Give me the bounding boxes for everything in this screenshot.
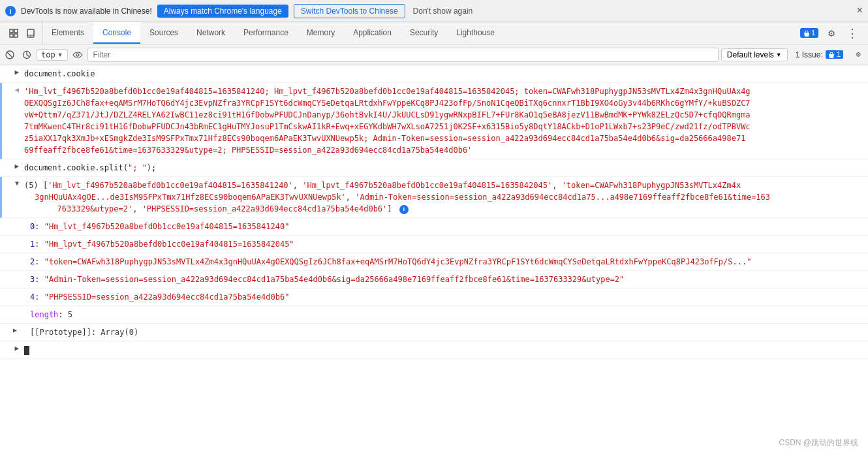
line-gutter-6 — [0, 237, 20, 238]
console-toolbar: top ▼ Default levels ▼ 1 Issue: 1 ⚙ — [0, 44, 868, 65]
tab-sources[interactable]: Sources — [140, 22, 187, 44]
info-bar: i DevTools is now available in Chinese! … — [0, 0, 868, 22]
array-length-line: length: 5 — [0, 306, 868, 324]
console-line-1: ▶ document.cookie — [0, 65, 868, 83]
context-selector[interactable]: top ▼ — [37, 49, 68, 61]
array-item-4: 4: "PHPSESSID=session_a422a93d694ecc84cd… — [0, 289, 868, 306]
array-item-text-2: 2: "token=CWAFwh318PuphygpJN53sMVTLx4Zm4… — [20, 255, 868, 269]
array-item-text-4: 4: "PHPSESSID=session_a422a93d694ecc84cd… — [20, 290, 868, 304]
line-text-3: document.cookie.split("; "); — [22, 161, 868, 175]
array-item-3: 3: "Admin-Token=session=session_a422a93d… — [0, 271, 868, 289]
info-icon: i — [5, 6, 16, 16]
close-infobar-button[interactable]: × — [856, 6, 863, 16]
cursor-area[interactable] — [22, 343, 868, 357]
expand-prototype-icon[interactable]: ▶ — [13, 326, 17, 334]
inspect-icon[interactable] — [7, 26, 21, 40]
line-gutter-3[interactable]: ▶ — [2, 161, 22, 170]
output-arrow-icon: ◀ — [14, 86, 19, 94]
tab-console[interactable]: Console — [93, 22, 140, 44]
array-item-2: 2: "token=CWAFwh318PuphygpJN53sMVTLx4Zm4… — [0, 253, 868, 271]
console-content: ▶ document.cookie ◀ 'Hm_lvt_f4967b520a8b… — [0, 65, 868, 455]
line-text-1: document.cookie — [22, 67, 868, 81]
tab-memory[interactable]: Memory — [298, 22, 344, 44]
dont-show-link[interactable]: Don't show again — [413, 7, 473, 16]
info-text: DevTools is now available in Chinese! — [21, 7, 152, 16]
line-gutter-4[interactable]: ▼ — [2, 178, 22, 187]
svg-line-8 — [7, 52, 12, 57]
preserve-log-button[interactable] — [20, 48, 34, 62]
line-gutter-2: ◀ — [2, 84, 22, 94]
tab-right-controls: 1 ⚙ ⋮ — [800, 25, 865, 41]
svg-rect-2 — [10, 34, 13, 37]
chevron-right-icon: ▶ — [14, 68, 19, 76]
tab-performance[interactable]: Performance — [234, 22, 298, 44]
svg-rect-1 — [14, 29, 18, 33]
collapse-icon[interactable]: ▼ — [15, 180, 19, 187]
tab-icons — [3, 22, 42, 44]
line-text-4: (5) ['Hm_lvt_f4967b520a8befd0b1cc0e19af4… — [22, 178, 868, 216]
console-line-3: ▶ document.cookie.split("; "); — [0, 159, 868, 177]
watermark: CSDN @跳动的世界线 — [779, 437, 858, 448]
console-line-4: ▼ (5) ['Hm_lvt_f4967b520a8befd0b1cc0e19a… — [0, 177, 868, 218]
tab-elements[interactable]: Elements — [42, 22, 93, 44]
badge-area: 1 — [800, 28, 818, 37]
array-item-text-0: 0: "Hm_lvt_f4967b520a8befd0b1cc0e19af404… — [20, 219, 868, 234]
eye-icon[interactable] — [70, 48, 85, 62]
line-text-2: 'Hm_lvt_f4967b520a8befd0b1cc0e19af404815… — [22, 84, 868, 157]
badge-count: 1 — [800, 28, 818, 37]
line-gutter-1[interactable]: ▶ — [2, 67, 22, 76]
line-gutter-9 — [0, 290, 20, 291]
prototype-text: [[Prototype]]: Array(0) — [20, 325, 868, 339]
line-gutter-10 — [0, 307, 20, 309]
tab-application[interactable]: Application — [344, 22, 401, 44]
cursor-line[interactable]: ▶ — [0, 341, 868, 359]
default-levels-button[interactable]: Default levels ▼ — [721, 48, 788, 61]
array-length-text: length: 5 — [20, 307, 868, 322]
svg-rect-0 — [10, 29, 13, 33]
switch-devtools-button[interactable]: Switch DevTools to Chinese — [294, 4, 405, 18]
prototype-line: ▶ [[Prototype]]: Array(0) — [0, 324, 868, 341]
device-icon[interactable] — [23, 26, 38, 40]
line-gutter-8 — [0, 272, 20, 274]
tab-bar: Elements Console Sources Network Perform… — [0, 22, 868, 44]
array-item-0: 0: "Hm_lvt_f4967b520a8befd0b1cc0e19af404… — [0, 218, 868, 236]
clear-console-button[interactable] — [3, 48, 17, 62]
svg-point-10 — [76, 54, 79, 56]
svg-rect-3 — [14, 34, 18, 37]
line-gutter-5 — [0, 219, 20, 221]
line-gutter-7 — [0, 255, 20, 256]
tab-lighthouse[interactable]: Lighthouse — [447, 22, 504, 44]
tabs: Elements Console Sources Network Perform… — [42, 22, 504, 44]
chevron-right-icon-2: ▶ — [14, 162, 19, 170]
info-button[interactable]: i — [399, 205, 409, 214]
console-settings-button[interactable]: ⚙ — [851, 48, 865, 62]
more-menu-button[interactable]: ⋮ — [845, 25, 860, 41]
svg-point-6 — [30, 35, 31, 36]
console-line-2: ◀ 'Hm_lvt_f4967b520a8befd0b1cc0e19af4048… — [0, 83, 868, 159]
array-item-text-1: 1: "Hm_lpvt_f4967b520a8befd0b1cc0e19af40… — [20, 237, 868, 251]
array-item-text-3: 3: "Admin-Token=session=session_a422a93d… — [20, 272, 868, 287]
cursor — [24, 346, 29, 355]
tab-security[interactable]: Security — [401, 22, 447, 44]
issues-area: 1 Issue: 1 — [790, 50, 848, 59]
settings-button[interactable]: ⚙ — [824, 25, 839, 41]
issues-icon: 1 — [826, 50, 843, 58]
line-gutter-cursor: ▶ — [2, 343, 22, 353]
line-gutter-11[interactable]: ▶ — [0, 325, 20, 334]
filter-input[interactable] — [87, 48, 719, 62]
array-item-1: 1: "Hm_lpvt_f4967b520a8befd0b1cc0e19af40… — [0, 236, 868, 253]
tab-network[interactable]: Network — [187, 22, 234, 44]
match-language-button[interactable]: Always match Chrome's language — [157, 5, 288, 18]
